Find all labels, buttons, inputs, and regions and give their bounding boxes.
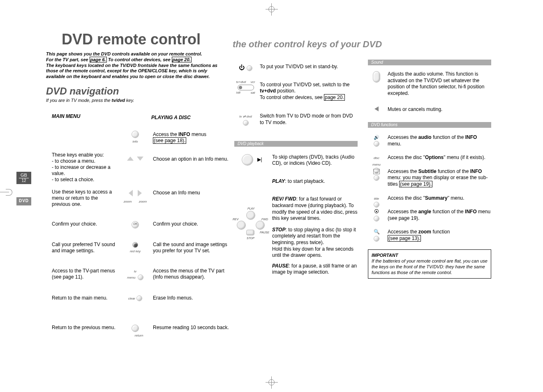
section-sub: If you are in TV mode, press the tv/dvd … bbox=[46, 98, 134, 103]
column-heading-main: MAIN MENU bbox=[52, 113, 80, 119]
desc: Choose an option in an Info menu. bbox=[153, 156, 229, 162]
page-ref-link: page 6. bbox=[90, 57, 107, 62]
desc: Confirm your choice. bbox=[153, 221, 229, 227]
icon-label: vcr bbox=[251, 80, 255, 84]
zoom-button-icon bbox=[374, 236, 379, 242]
return-button-icon bbox=[132, 325, 139, 332]
right-column: Sound Adjusts the audio volume. This fun… bbox=[368, 60, 491, 279]
page-ref-link: (see page 13). bbox=[388, 235, 421, 242]
desc: These keys enable you: - to choose a men… bbox=[52, 152, 117, 183]
side-tab-dvd: DVD bbox=[16, 197, 31, 205]
tv-menu-button-icon bbox=[138, 274, 143, 280]
desc: Access the disc "Options" menu (if it ex… bbox=[388, 154, 491, 161]
icon-label: red key bbox=[130, 249, 141, 253]
list-item: disc menu Access the disc "Options" menu… bbox=[368, 154, 491, 161]
audio-icon: 🔊 bbox=[374, 135, 379, 140]
icon-label: hifi bbox=[236, 91, 240, 95]
icon-label: PLAY bbox=[247, 207, 254, 210]
section-heading: DVD navigation bbox=[46, 85, 119, 97]
side-tab-page: 12 bbox=[19, 178, 29, 183]
side-tab-label: DVD bbox=[19, 198, 29, 203]
text: To control other devices, see bbox=[107, 57, 172, 62]
side-tab-label: GB bbox=[21, 173, 27, 178]
important-note: IMPORTANT If the batteries of your remot… bbox=[368, 249, 491, 279]
ok-button-icon: OK bbox=[132, 221, 139, 228]
text: If you are in TV mode, press the bbox=[46, 98, 112, 103]
subtitle-button-icon bbox=[374, 175, 379, 181]
angle-button-icon bbox=[374, 216, 379, 221]
desc: Accesses the zoom function (see page 13)… bbox=[388, 229, 491, 242]
desc: Use these keys to access a menu or retur… bbox=[52, 189, 117, 208]
important-text: If the batteries of your remote control … bbox=[372, 258, 488, 276]
desc: Access the menus of the TV part (Info me… bbox=[153, 268, 229, 280]
desc: PLAY: to start playback. bbox=[272, 178, 358, 185]
title-button-icon bbox=[374, 202, 379, 208]
audio-button-icon bbox=[374, 141, 379, 147]
text: For the TV part, see bbox=[46, 57, 90, 62]
list-item: PLAY: to start playback. bbox=[234, 178, 358, 185]
play-button-icon bbox=[246, 211, 255, 220]
clear-button-icon bbox=[136, 295, 142, 301]
desc: Choose an Info menu bbox=[153, 190, 229, 196]
icon-label: info bbox=[133, 140, 138, 143]
list-item: 🔍 Accesses the zoom function (see page 1… bbox=[368, 229, 491, 242]
section-bar-sound: Sound bbox=[368, 60, 491, 65]
crop-mark-icon bbox=[266, 3, 278, 16]
page-ref-link: page 20. bbox=[172, 57, 192, 62]
icon-label: OK bbox=[133, 222, 137, 226]
page-ref-link: page 20. bbox=[324, 94, 345, 101]
mute-icon bbox=[374, 106, 379, 111]
list-item: tv ⇄ dvd Switch from TV to DVD mode or f… bbox=[234, 113, 358, 126]
function-selector-icon bbox=[238, 85, 254, 90]
desc: To skip chapters (DVD), tracks (Audio CD… bbox=[272, 154, 358, 167]
desc: Return to the main menu. bbox=[52, 295, 117, 301]
left-arrow-icon bbox=[129, 190, 133, 196]
standby-button-icon bbox=[247, 65, 252, 71]
column-heading-play: PLAYING A DISC bbox=[151, 115, 191, 120]
desc: Accesses the audio function of the INFO … bbox=[388, 134, 491, 147]
list-item: ⦿ Accesses the angle function of the INF… bbox=[368, 209, 491, 221]
other-controls-column: ⏻ To put your TV/DVD set in stand-by. tv… bbox=[234, 64, 358, 287]
icon-label: return bbox=[135, 334, 143, 337]
desc: Erase Info menus. bbox=[153, 295, 229, 301]
list-item: Adjusts the audio volume. This function … bbox=[368, 71, 491, 97]
section-bar-playback: DVD playback bbox=[234, 141, 358, 147]
angle-icon: ⦿ bbox=[374, 209, 379, 214]
volume-rocker-icon bbox=[373, 71, 380, 83]
page-ref-link: (see page 18). bbox=[153, 137, 186, 144]
list-item: tv+dvd vcr hifi sat To control your TV/D… bbox=[234, 82, 358, 101]
icon-label: disc bbox=[374, 156, 379, 160]
desc: Access the INFO menus (see page 18). bbox=[153, 131, 229, 144]
icon-label: menu bbox=[372, 163, 381, 166]
list-item: STOP: to stop playing a disc (to stop it… bbox=[234, 227, 358, 259]
icon-label: FWD bbox=[261, 217, 268, 221]
text: The keyboard keys located on the TV/DVD … bbox=[46, 63, 217, 79]
red-key-icon bbox=[132, 242, 138, 248]
desc: Call the sound and image settings you pr… bbox=[153, 242, 229, 254]
zoom-icon: 🔍 bbox=[374, 229, 380, 235]
subtitle-icon: … bbox=[373, 169, 380, 174]
skip-forward-icon: ▶| bbox=[257, 157, 262, 162]
skip-button-icon bbox=[242, 154, 253, 166]
text: key. bbox=[125, 98, 134, 103]
text: tv/dvd bbox=[112, 98, 125, 103]
desc: Access the disc "Summary" menu. bbox=[388, 195, 491, 202]
list-item: … Accesses the Subtitle function of the … bbox=[368, 168, 491, 188]
down-arrow-icon bbox=[137, 157, 143, 161]
page-title: DVD remote control bbox=[62, 31, 201, 48]
important-heading: IMPORTANT bbox=[372, 252, 488, 258]
crop-mark-icon bbox=[266, 376, 278, 389]
list-item: PAUSE: for a pause, a still frame or an … bbox=[234, 263, 358, 276]
desc: Mutes or cancels muting. bbox=[388, 106, 491, 113]
desc: Accesses the Subtitle function of the IN… bbox=[388, 168, 491, 188]
desc: To put your TV/DVD set in stand-by. bbox=[260, 64, 358, 70]
tv-dvd-toggle-icon bbox=[243, 120, 249, 126]
desc: STOP: to stop playing a disc (to stop it… bbox=[272, 227, 358, 259]
list-item: ⏻ To put your TV/DVD set in stand-by. bbox=[234, 64, 358, 70]
manual-page: GB 12 DVD DVD remote control the other c… bbox=[0, 0, 543, 392]
desc: Accesses the angle function of the INFO … bbox=[388, 209, 491, 221]
desc: To control your TV/DVD set, switch to th… bbox=[260, 82, 358, 101]
binding-mark-icon bbox=[0, 187, 12, 198]
page-subtitle: the other control keys of your DVD bbox=[233, 39, 382, 50]
icon-label: title bbox=[374, 197, 379, 201]
